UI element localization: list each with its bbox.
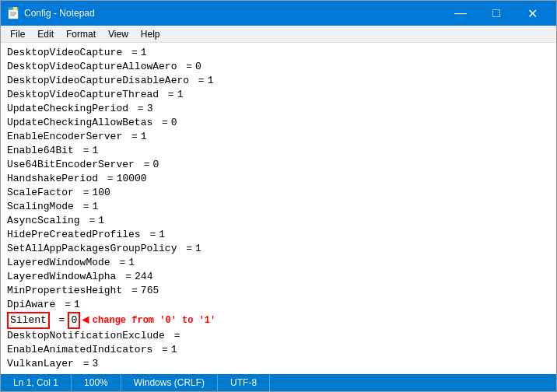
cursor-position: Ln 1, Col 1 [7,374,72,391]
text-editor[interactable]: DesktopVideoCapture = 1 DesktopVideoCapt… [1,43,556,374]
maximize-button[interactable]: □ [478,1,514,26]
list-item: HandshakePeriod = 10000 [7,172,550,186]
list-item: LayeredWindowAlpha = 244 [7,270,550,284]
content-area: DesktopVideoCapture = 1 DesktopVideoCapt… [1,43,556,374]
list-item: UpdateCheckingPeriod = 3 [7,102,550,116]
list-item: ScaleFactor = 100 [7,186,550,200]
list-item: DesktopNotificationExclude = [7,329,550,343]
list-item: HidePreCreatedProfiles = 1 [7,228,550,242]
list-item: AsyncScaling = 1 [7,214,550,228]
window-controls: — □ ✕ [443,1,550,26]
list-item: EnableEncoderServer = 1 [7,130,550,144]
list-item: DesktopVideoCaptureAllowAero = 0 [7,60,550,74]
menu-bar: File Edit Format View Help [1,26,556,43]
list-item: Enable64Bit = 1 [7,144,550,158]
list-item: DesktopVideoCaptureThread = 1 [7,88,550,102]
menu-format[interactable]: Format [60,27,102,41]
list-item: SetAllAppPackagesGroupPolicy = 1 [7,242,550,256]
annotation-text: change from '0' to '1' [93,313,215,327]
list-item: ScalingMode = 1 [7,200,550,214]
status-bar: Ln 1, Col 1 100% Windows (CRLF) UTF-8 [1,374,556,391]
list-item: LayeredWindowMode = 1 [7,256,550,270]
silent-value-highlight: 0 [68,312,80,329]
title-bar: Config - Notepad — □ ✕ [1,1,556,26]
window-title: Config - Notepad [24,8,443,19]
menu-edit[interactable]: Edit [31,27,60,41]
list-item: Use64BitEncoderServer = 0 [7,158,550,172]
line-endings: Windows (CRLF) [121,374,218,391]
menu-help[interactable]: Help [135,27,166,41]
list-item: MinPropertiesHeight = 765 [7,284,550,298]
list-item: EnableAnimatedIndicators = 1 [7,343,550,357]
minimize-button[interactable]: — [443,1,478,26]
list-item: UpdateCheckingAllowBetas = 0 [7,116,550,130]
zoom-level: 100% [72,374,121,391]
list-item: DesktopVideoCaptureDisableAero = 1 [7,74,550,88]
silent-line: Silent = 0 ◄ change from '0' to '1' [7,312,550,329]
menu-view[interactable]: View [102,27,135,41]
list-item: VulkanLayer = 3 [7,357,550,371]
notepad-window: Config - Notepad — □ ✕ File Edit Format … [0,0,557,392]
silent-key-highlight: Silent [7,312,50,329]
app-icon [7,7,19,19]
annotation-arrow: ◄ [82,313,89,327]
encoding: UTF-8 [218,374,270,391]
list-item: DpiAware = 1 [7,298,550,312]
close-button[interactable]: ✕ [514,1,550,26]
svg-rect-5 [13,7,17,10]
menu-file[interactable]: File [4,27,31,41]
list-item: DesktopVideoCapture = 1 [7,46,550,60]
